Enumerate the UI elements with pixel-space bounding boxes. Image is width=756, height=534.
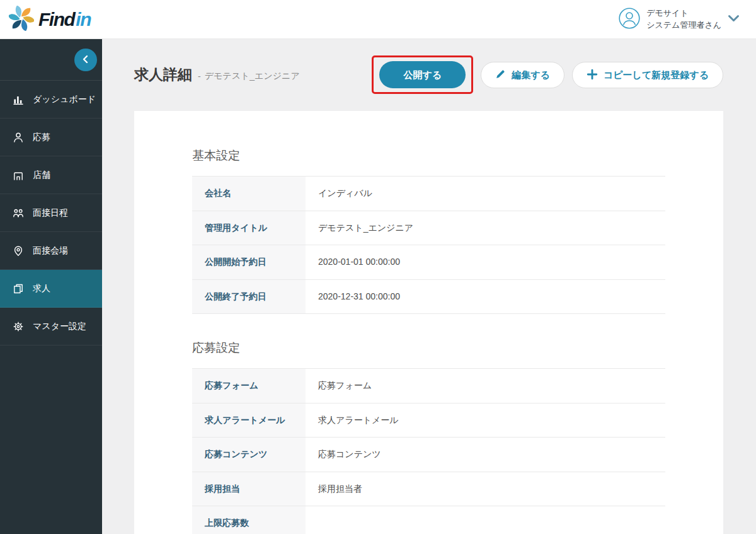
- table-row: 上限応募数: [192, 506, 665, 534]
- field-label: 会社名: [192, 177, 306, 211]
- table-row: 採用担当 採用担当者: [192, 472, 665, 506]
- table-row: 応募コンテンツ 応募コンテンツ: [192, 437, 665, 472]
- interview-schedule-icon: [12, 207, 25, 219]
- page-title-separator: -: [198, 69, 201, 81]
- field-label: 求人アラートメール: [192, 403, 306, 438]
- brand-name: Findin: [38, 10, 91, 29]
- field-value: 応募フォーム: [306, 369, 665, 403]
- account-label: デモサイト システム管理者さん: [646, 8, 721, 32]
- field-value: 2020-12-31 00:00:00: [306, 280, 665, 314]
- dashboard-icon: [12, 93, 25, 106]
- page-title: 求人詳細: [134, 65, 192, 84]
- chevron-left-icon: [81, 54, 91, 66]
- sidebar-item-interview-venue[interactable]: 面接会場: [0, 232, 102, 270]
- sidebar-item-store[interactable]: 店舗: [0, 156, 102, 194]
- table-row: 応募フォーム 応募フォーム: [192, 368, 665, 403]
- field-label: 応募コンテンツ: [192, 438, 306, 472]
- field-label: 上限応募数: [192, 506, 306, 534]
- section-heading: 基本設定: [192, 148, 665, 164]
- master-settings-icon: [12, 320, 25, 333]
- sidebar-collapse-button[interactable]: [74, 49, 97, 71]
- table-row: 公開終了予約日 2020-12-31 00:00:00: [192, 279, 665, 315]
- field-value: デモテスト_エンジニア: [306, 211, 665, 245]
- sidebar-item-label: マスター設定: [33, 321, 86, 332]
- copy-new-button[interactable]: コピーして新規登録する: [572, 62, 723, 88]
- main-content: 求人詳細 - デモテスト_エンジニア 公開する 編集する: [102, 39, 756, 534]
- field-value: 採用担当者: [306, 472, 665, 506]
- sidebar-item-label: 面接日程: [33, 207, 68, 219]
- sidebar-nav: ダッシュボード 応募 店舗 面接日程 面接会場: [0, 80, 102, 345]
- applicant-icon: [12, 131, 25, 144]
- settings-section: 応募設定 応募フォーム 応募フォーム 求人アラートメール 求人アラートメール 応…: [192, 340, 665, 534]
- sidebar-item-master-settings[interactable]: マスター設定: [0, 308, 102, 345]
- pencil-icon: [495, 69, 506, 81]
- field-label: 公開終了予約日: [192, 280, 306, 314]
- findin-swirl-icon: [9, 6, 34, 33]
- sidebar: ダッシュボード 応募 店舗 面接日程 面接会場: [0, 39, 102, 534]
- sidebar-item-label: ダッシュボード: [33, 94, 96, 105]
- store-icon: [12, 169, 25, 182]
- sidebar-item-label: 求人: [33, 283, 50, 294]
- annotation-highlight-box: 公開する: [372, 55, 473, 94]
- table-row: 公開開始予約日 2020-01-01 00:00:00: [192, 245, 665, 279]
- detail-table: 応募フォーム 応募フォーム 求人アラートメール 求人アラートメール 応募コンテン…: [192, 368, 665, 534]
- page-header: 求人詳細 - デモテスト_エンジニア 公開する 編集する: [102, 39, 756, 94]
- field-value: 2020-01-01 00:00:00: [306, 245, 665, 279]
- account-menu[interactable]: デモサイト システム管理者さん: [619, 8, 740, 32]
- job-icon: [12, 282, 25, 295]
- sidebar-item-interview-schedule[interactable]: 面接日程: [0, 194, 102, 232]
- section-heading: 応募設定: [192, 340, 665, 356]
- field-value: 求人アラートメール: [306, 403, 665, 438]
- sidebar-item-label: 面接会場: [33, 245, 68, 257]
- sidebar-item-dashboard[interactable]: ダッシュボード: [0, 81, 102, 119]
- detail-table: 会社名 インディバル 管理用タイトル デモテスト_エンジニア 公開開始予約日 2…: [192, 176, 665, 314]
- sidebar-item-label: 応募: [33, 132, 50, 143]
- user-avatar-icon: [619, 8, 640, 32]
- settings-section: 基本設定 会社名 インディバル 管理用タイトル デモテスト_エンジニア 公開開始…: [192, 148, 665, 314]
- interview-venue-icon: [12, 245, 25, 257]
- chevron-down-icon: [728, 14, 740, 25]
- top-bar: Findin デモサイト システム管理者さん: [0, 0, 756, 39]
- edit-button[interactable]: 編集する: [481, 62, 564, 88]
- field-label: 応募フォーム: [192, 369, 306, 403]
- publish-button[interactable]: 公開する: [379, 61, 466, 88]
- field-label: 採用担当: [192, 472, 306, 506]
- page-actions: 公開する 編集する コピーして新規登録する: [372, 55, 723, 94]
- table-row: 求人アラートメール 求人アラートメール: [192, 403, 665, 438]
- sections: 基本設定 会社名 インディバル 管理用タイトル デモテスト_エンジニア 公開開始…: [192, 148, 665, 534]
- field-label: 公開開始予約日: [192, 245, 306, 279]
- sidebar-item-job[interactable]: 求人: [0, 270, 102, 308]
- table-row: 管理用タイトル デモテスト_エンジニア: [192, 211, 665, 245]
- field-value: インディバル: [306, 177, 665, 211]
- sidebar-item-applicant[interactable]: 応募: [0, 119, 102, 156]
- page-subtitle: デモテスト_エンジニア: [205, 68, 300, 82]
- brand-logo[interactable]: Findin: [9, 6, 91, 33]
- field-value: [306, 506, 665, 534]
- field-label: 管理用タイトル: [192, 211, 306, 245]
- field-value: 応募コンテンツ: [306, 438, 665, 472]
- sidebar-item-label: 店舗: [33, 170, 50, 181]
- job-detail-card: 基本設定 会社名 インディバル 管理用タイトル デモテスト_エンジニア 公開開始…: [134, 111, 723, 534]
- table-row: 会社名 インディバル: [192, 176, 665, 211]
- plus-icon: [587, 69, 598, 81]
